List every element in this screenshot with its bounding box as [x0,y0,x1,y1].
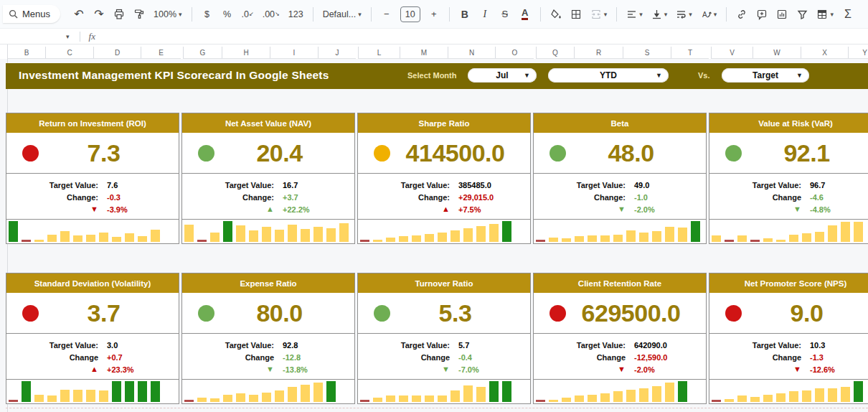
spark-bar [678,228,687,242]
trend-arrow-icon: ▼ [182,365,274,373]
column-header-J[interactable]: J [318,47,356,59]
column-header-B[interactable]: B [7,47,45,59]
column-header-W[interactable]: W [753,47,801,59]
status-circle-icon [22,145,39,161]
spark-bar [313,227,323,242]
month-dropdown-value: Jul [496,70,508,80]
period-dropdown[interactable]: YTD ▼ [548,68,669,83]
format-percent-button[interactable]: % [219,5,236,24]
italic-button[interactable]: I [476,5,494,24]
format-currency-button[interactable]: $ [199,5,216,24]
decrease-decimal-button[interactable]: .0↙ [239,5,257,24]
font-size-input[interactable]: 10 [400,6,420,22]
column-header-R[interactable]: R [574,47,623,59]
spark-bar [476,387,486,402]
column-header-V[interactable]: V [711,47,753,59]
kpi-stats: Target Value:5.7 Change-0.4 ▼-7.0% [358,334,530,380]
kpi-stats: Target Value:96.7 Change-4.6 ▼-4.8% [709,174,868,220]
kpi-card-title: Beta [534,113,706,133]
spark-bar [802,390,811,402]
column-header-S[interactable]: S [623,47,671,59]
undo-button[interactable]: ↶ [70,5,88,24]
menus-button[interactable]: Menus [3,5,60,23]
column-header-Y[interactable]: Y [848,47,868,59]
period-dropdown-caret-icon: ▼ [656,72,662,79]
change-value: +29,015.0 [458,193,494,202]
change-percent: +22.2% [283,205,310,214]
table-tools-button[interactable] [813,5,836,24]
spark-bar [575,395,584,402]
spark-bar [22,240,31,242]
increase-font-size-button[interactable]: + [425,5,443,24]
bold-button[interactable]: B [456,5,473,24]
column-header-M[interactable]: M [400,47,448,59]
status-circle-icon [549,145,566,161]
text-wrap-button[interactable] [673,5,695,24]
column-header-N[interactable]: N [448,47,495,59]
number-format-button[interactable]: 123 [286,5,306,24]
text-color-button[interactable]: A [516,5,534,24]
kpi-card: Net Promoter Score (NPS) 9.0 Target Valu… [709,273,868,404]
borders-button[interactable] [567,5,585,24]
column-header-O[interactable]: O [495,47,534,59]
redo-button[interactable]: ↷ [90,5,108,24]
chart-icon [776,9,788,20]
kpi-row-1: Return on Investment (ROI) 7.3 Target Va… [6,113,868,244]
fill-color-button[interactable] [547,5,565,24]
spark-bar [502,221,511,242]
status-circle-icon [725,305,742,322]
name-box-caret-icon[interactable]: ▾ [66,33,70,40]
increase-decimal-button[interactable]: .00↘ [260,5,283,24]
target-value: 385485.0 [458,181,491,189]
insert-link-button[interactable] [733,5,750,24]
spark-bar [725,240,734,242]
print-button[interactable] [110,5,128,24]
create-filter-button[interactable] [793,5,811,24]
column-header-E[interactable]: E [141,47,181,59]
column-header-H[interactable]: H [222,47,270,59]
spark-bar [463,228,473,242]
spark-bar [9,221,18,242]
strikethrough-button[interactable]: S [496,5,514,24]
kpi-value-row: 5.3 [358,293,530,334]
page-break-line [6,408,868,408]
spark-bar [151,230,160,242]
zoom-select[interactable]: 100% [151,5,185,24]
spark-bar [639,388,648,402]
decrease-font-size-button[interactable]: − [378,5,395,24]
compare-dropdown-value: Target [753,70,778,80]
column-headers[interactable]: BCDEGHIJLMNOQRSTVWXY [0,45,868,59]
column-header-L[interactable]: L [358,47,400,59]
kpi-value-row: 7.3 [6,133,179,174]
column-header-T[interactable]: T [671,47,709,59]
spark-bar [288,225,297,242]
select-month-label: Select Month [407,71,456,80]
font-select[interactable]: Defaul... [320,5,364,24]
kpi-card-title: Net Asset Value (NAV) [182,113,354,133]
kpi-current-value: 9.0 [742,299,868,327]
trend-arrow-icon: ▲ [358,205,450,213]
insert-comment-button[interactable] [753,5,770,24]
text-rotation-icon: A [701,9,712,19]
column-header-G[interactable]: G [183,47,222,59]
formula-bar[interactable]: ▾ fx [0,29,868,45]
functions-button[interactable]: Σ [839,5,857,24]
insert-chart-button[interactable] [773,5,791,24]
spark-bar [425,395,434,402]
column-header-Q[interactable]: Q [536,47,574,59]
column-header-C[interactable]: C [45,47,93,59]
merge-cells-button[interactable] [588,5,610,24]
spark-bar [712,235,721,242]
column-header-X[interactable]: X [801,47,848,59]
text-rotation-button[interactable]: A [698,5,720,24]
column-header-D[interactable]: D [93,47,141,59]
change-label: Change [358,353,450,362]
compare-dropdown[interactable]: Target ▼ [722,68,809,83]
horizontal-align-button[interactable] [623,5,646,24]
status-circle-icon [374,305,390,322]
month-dropdown[interactable]: Jul ▼ [468,68,537,83]
kpi-value-row: 9.0 [709,293,868,334]
vertical-align-button[interactable] [648,5,671,24]
column-header-I[interactable]: I [270,47,318,59]
paint-format-button[interactable] [131,5,148,24]
